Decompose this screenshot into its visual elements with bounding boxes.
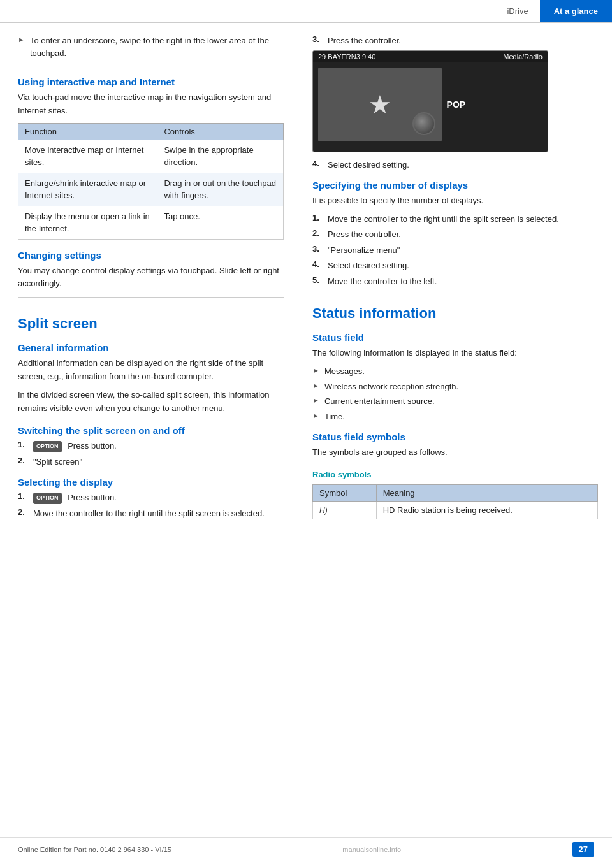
bullet-text: Messages. [324,365,365,378]
switching-step-2: 2. "Split screen" [18,456,284,468]
step-text: Move the controller to the left. [328,275,437,288]
bullet-text: Time. [324,410,345,423]
status-field-body: The following information is displayed i… [312,347,598,360]
table-cell-function: Display the menu or open a link in the I… [18,206,157,239]
status-bullet-entertainment: ► Current entertainment source. [312,395,598,408]
option-button-icon: OPTION [33,493,62,504]
status-field-symbols-body: The symbols are grouped as follows. [312,446,598,459]
bullet-icon: ► [312,366,319,374]
bullet-icon: ► [312,382,319,389]
step-text: OPTION Press button. [33,491,117,504]
specifying-number-title: Specifying the number of displays [312,180,598,191]
step-text: Select desired setting. [328,259,409,272]
idrive-label: iDrive [495,6,539,16]
step-number: 2. [18,507,28,517]
status-bullet-wireless: ► Wireless network reception strength. [312,380,598,393]
step-number: 4. [312,159,323,168]
intro-bullet-text: To enter an underscore, swipe to the rig… [30,34,284,59]
bullet-icon: ► [312,412,319,419]
bullet-icon: ► [18,36,25,43]
table-row: Move interactive map or Internet sites. … [18,140,284,173]
bullet-icon: ► [312,396,319,404]
copyright-text: Online Edition for Part no. 0140 2 964 3… [18,846,171,853]
screen-controller-knob [412,112,435,135]
right-step-3: 3. Press the controller. [312,34,598,47]
right-column: 3. Press the controller. 29 BAYERN3 9:40… [298,34,612,523]
step-text: "Personalize menu" [328,244,400,257]
using-interactive-map-body: Via touch-pad move the interactive map i… [18,91,284,118]
step-number: 2. [312,228,323,238]
watermark-text: manualsonline.info [342,846,401,853]
general-info-body2: In the divided screen view, the so-calle… [18,389,284,416]
table-cell-function: Enlarge/shrink interactive map or Intern… [18,173,157,206]
status-field-symbols-title: Status field symbols [312,431,598,442]
status-bullet-time: ► Time. [312,410,598,423]
bullet-text: Wireless network reception strength. [324,380,458,393]
function-table: Function Controls Move interactive map o… [18,123,284,240]
step-number: 3. [312,34,323,44]
meaning-cell: HD Radio station is being received. [376,501,597,519]
symbol-header-meaning: Meaning [376,484,597,501]
changing-settings-body: You may change control display settings … [18,264,284,291]
switching-title: Switching the split screen on and off [18,425,284,436]
page-number: 27 [572,842,594,857]
table-header-controls: Controls [157,123,284,140]
status-field-title: Status field [312,332,598,343]
spec-step-4: 4. Select desired setting. [312,259,598,272]
table-row: Display the menu or open a link in the I… [18,206,284,239]
screen-pop-label: POP [447,99,543,110]
hd-symbol: H) [319,506,328,515]
intro-bullet: ► To enter an underscore, swipe to the r… [18,34,284,59]
selecting-step-2: 2. Move the controller to the right unti… [18,507,284,520]
step-text: Press the controller. [328,228,401,241]
step-text: Press the controller. [328,34,401,47]
left-column: ► To enter an underscore, swipe to the r… [0,34,298,523]
right-step-4: 4. Select desired setting. [312,159,598,171]
spec-step-5: 5. Move the controller to the left. [312,275,598,288]
step-number: 3. [312,244,323,254]
step-number: 5. [312,275,323,285]
screen-status-bar: 29 BAYERN3 9:40 Media/Radio [313,51,548,62]
status-bullet-messages: ► Messages. [312,365,598,378]
screen-right-area: POP [442,68,543,141]
specifying-number-body: It is possible to specify the number of … [312,194,598,208]
table-row: Enlarge/shrink interactive map or Intern… [18,173,284,206]
page-header: iDrive At a glance [0,0,612,23]
step-number: 1. [18,440,28,449]
step-text: Move the controller to the right until t… [328,213,559,226]
table-row: H) HD Radio station is being received. [313,501,598,519]
table-header-function: Function [18,123,157,140]
bullet-text: Current entertainment source. [324,395,435,408]
spec-step-1: 1. Move the controller to the right unti… [312,213,598,226]
screen-media-label: Media/Radio [503,53,543,61]
at-glance-tab: At a glance [540,0,612,22]
symbol-header-symbol: Symbol [313,484,377,501]
step-text: "Split screen" [33,456,82,468]
step-number: 1. [18,491,28,501]
radio-symbols-title: Radio symbols [312,470,598,479]
using-interactive-map-title: Using interactive map and Internet [18,76,284,87]
table-cell-controls: Swipe in the appropriate direction. [157,140,284,173]
spec-step-2: 2. Press the controller. [312,228,598,241]
step-number: 4. [312,259,323,269]
general-info-body1: Additional information can be displayed … [18,357,284,384]
screen-left-area: ★ [318,68,442,141]
step-text: OPTION Press button. [33,440,117,452]
table-cell-controls: Drag in or out on the touchpad with fing… [157,173,284,206]
switching-step-1: 1. OPTION Press button. [18,440,284,452]
changing-settings-title: Changing settings [18,250,284,261]
screen-star-icon: ★ [368,90,391,119]
step-number: 1. [312,213,323,222]
step-text: Select desired setting. [328,159,409,171]
screen-image: 29 BAYERN3 9:40 Media/Radio ★ POP [312,50,548,152]
step-text: Move the controller to the right until t… [33,507,265,520]
symbol-table: Symbol Meaning H) HD Radio station is be… [312,484,598,519]
split-screen-title: Split screen [18,315,284,332]
status-information-title: Status information [312,305,598,322]
screen-body: ★ POP [313,62,548,147]
general-information-title: General information [18,342,284,353]
screen-station: 29 BAYERN3 9:40 [318,53,375,61]
page-body: ► To enter an underscore, swipe to the r… [0,23,612,523]
selecting-display-title: Selecting the display [18,477,284,488]
option-button-icon: OPTION [33,441,62,452]
